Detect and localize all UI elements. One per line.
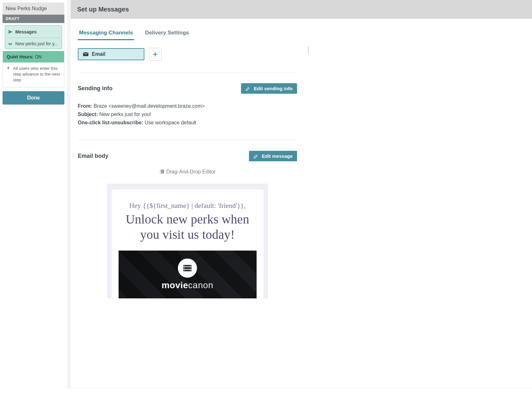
- edit-icon: [253, 154, 259, 159]
- subject-row: Subject: New perks just for you!: [78, 112, 297, 117]
- svg-point-3: [184, 266, 185, 266]
- email-preview: Hey {{${first_name} | default: 'friend'}…: [107, 184, 268, 298]
- edit-sending-info-button[interactable]: Edit sending info: [241, 83, 297, 94]
- from-row: From: Braze <sweeney@mail.development.br…: [78, 103, 297, 109]
- main-panel: Set up Messages Messaging Channels Deliv…: [71, 0, 532, 388]
- status-badge: DRAFT: [3, 15, 64, 23]
- preview-brand-text: moviecanon: [162, 280, 213, 290]
- quiet-hours-row[interactable]: Quiet Hours: ON: [3, 51, 64, 62]
- campaign-title: New Perks Nudge: [3, 3, 64, 15]
- email-body-heading: Email body: [78, 153, 108, 159]
- unsubscribe-row: One-click list-unsubscribe: Use workspac…: [78, 120, 297, 126]
- tab-messaging-channels[interactable]: Messaging Channels: [78, 27, 134, 40]
- step-card: Messages New perks just for y... Quiet H…: [3, 23, 64, 87]
- sending-info-body: From: Braze <sweeney@mail.development.br…: [78, 103, 297, 140]
- svg-point-7: [190, 268, 191, 268]
- brand-text-light: canon: [188, 280, 213, 290]
- footer-bar: [0, 388, 532, 402]
- done-button[interactable]: Done: [3, 91, 64, 105]
- edit-icon: [245, 86, 251, 91]
- editor-type-badge: Drag-And-Drop Editor: [78, 169, 297, 175]
- preview-greeting: Hey {{${first_name} | default: 'friend'}…: [119, 201, 257, 210]
- step-messages-block[interactable]: Messages New perks just for y...: [5, 25, 62, 49]
- edit-message-label: Edit message: [262, 153, 293, 159]
- tabs: Messaging Channels Delivery Settings: [78, 27, 297, 40]
- from-label: From:: [78, 103, 92, 109]
- brand-text-bold: movie: [162, 280, 188, 290]
- paper-plane-icon: [8, 29, 13, 34]
- arrow-down-icon: [6, 66, 11, 83]
- step-messages-header: Messages: [8, 28, 59, 36]
- editor-type-label: Drag-And-Drop Editor: [166, 169, 216, 175]
- step-message-item[interactable]: New perks just for y...: [8, 40, 59, 48]
- edit-message-button[interactable]: Edit message: [249, 151, 297, 161]
- text-cursor: [308, 46, 309, 54]
- page-title: Set up Messages: [71, 0, 532, 19]
- quiet-hours-label: Quiet Hours:: [7, 54, 34, 59]
- channel-chip-row: Email: [78, 48, 297, 72]
- envelope-icon: [83, 52, 89, 56]
- svg-point-5: [184, 270, 185, 271]
- unsubscribe-label: One-click list-unsubscribe:: [78, 120, 143, 125]
- subject-label: Subject:: [78, 112, 98, 117]
- advance-note-row: All users who enter this step advance to…: [3, 62, 64, 87]
- preview-brand-banner: moviecanon: [119, 251, 257, 298]
- film-reel-icon: [178, 259, 197, 278]
- from-value: Braze <sweeney@mail.development.braze.co…: [94, 103, 205, 109]
- sending-info-header: Sending info Edit sending info: [78, 83, 297, 94]
- quiet-hours-value: ON: [35, 54, 42, 59]
- channel-chip-email-label: Email: [92, 51, 106, 57]
- svg-point-8: [190, 270, 191, 271]
- channel-chip-email[interactable]: Email: [78, 48, 144, 60]
- preview-hero-text: Unlock new perks when you visit us today…: [119, 212, 257, 242]
- drag-grid-icon: [159, 169, 164, 174]
- main-scroll[interactable]: Messaging Channels Delivery Settings Ema…: [71, 19, 532, 388]
- email-body-header: Email body Edit message: [78, 151, 297, 161]
- svg-point-4: [184, 268, 185, 268]
- subject-value: New perks just for you!: [99, 112, 151, 117]
- tab-delivery-settings[interactable]: Delivery Settings: [144, 27, 190, 40]
- sending-info-heading: Sending info: [78, 85, 113, 92]
- plus-icon: [152, 51, 158, 57]
- edit-sending-info-label: Edit sending info: [254, 86, 293, 91]
- add-channel-button[interactable]: [149, 48, 162, 61]
- sidebar: New Perks Nudge DRAFT Messages New perks…: [0, 0, 67, 402]
- step-messages-label: Messages: [15, 29, 37, 34]
- step-message-preview: New perks just for y...: [15, 41, 58, 46]
- svg-point-6: [190, 266, 191, 266]
- envelope-icon: [8, 42, 13, 46]
- email-preview-card: Hey {{${first_name} | default: 'friend'}…: [112, 189, 264, 298]
- advance-note-text: All users who enter this step advance to…: [13, 66, 61, 83]
- unsubscribe-value: Use workspace default: [145, 120, 196, 125]
